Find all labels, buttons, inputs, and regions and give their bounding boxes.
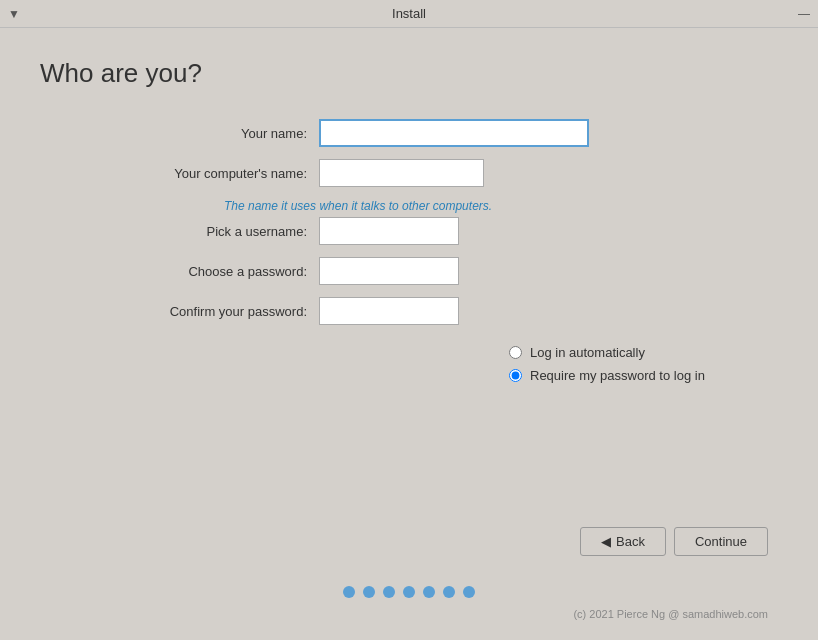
require-password-radio[interactable] — [509, 369, 522, 382]
your-name-label: Your name: — [129, 126, 319, 141]
radio-group: Log in automatically Require my password… — [319, 345, 689, 391]
dot-2 — [363, 586, 375, 598]
computer-name-hint: The name it uses when it talks to other … — [224, 199, 784, 213]
dot-3 — [383, 586, 395, 598]
page-title: Who are you? — [40, 58, 778, 89]
back-button[interactable]: ◀ Back — [580, 527, 666, 556]
bottom-area: ◀ Back Continue (c) 2021 Pierce Ng @ sam… — [40, 527, 778, 620]
continue-button[interactable]: Continue — [674, 527, 768, 556]
require-password-label[interactable]: Require my password to log in — [530, 368, 705, 383]
back-arrow-icon: ◀ — [601, 534, 611, 549]
dot-5 — [423, 586, 435, 598]
title-bar: ▼ Install — — [0, 0, 818, 28]
main-content: Who are you? Your name: Your computer's … — [0, 28, 818, 640]
your-name-input[interactable] — [319, 119, 589, 147]
auto-login-label[interactable]: Log in automatically — [530, 345, 645, 360]
auto-login-row: Log in automatically — [509, 345, 818, 360]
password-label: Choose a password: — [129, 264, 319, 279]
auto-login-radio[interactable] — [509, 346, 522, 359]
username-row: Pick a username: — [129, 217, 689, 245]
pagination-dots — [343, 586, 475, 598]
computer-name-row: Your computer's name: — [129, 159, 689, 187]
username-input[interactable] — [319, 217, 459, 245]
title-bar-title: Install — [392, 6, 426, 21]
computer-name-label: Your computer's name: — [129, 166, 319, 181]
form-container: Your name: Your computer's name: The nam… — [40, 119, 778, 391]
confirm-password-label: Confirm your password: — [129, 304, 319, 319]
confirm-password-row: Confirm your password: — [129, 297, 689, 325]
title-bar-left: ▼ — [8, 7, 20, 21]
title-bar-minimize-icon[interactable]: — — [798, 7, 810, 21]
password-input[interactable] — [319, 257, 459, 285]
dot-4 — [403, 586, 415, 598]
your-name-row: Your name: — [129, 119, 689, 147]
dot-6 — [443, 586, 455, 598]
title-bar-arrow-icon[interactable]: ▼ — [8, 7, 20, 21]
back-label: Back — [616, 534, 645, 549]
button-row: ◀ Back Continue — [40, 527, 778, 556]
dot-7 — [463, 586, 475, 598]
copyright: (c) 2021 Pierce Ng @ samadhiweb.com — [40, 608, 778, 620]
require-password-row: Require my password to log in — [509, 368, 818, 383]
computer-name-input[interactable] — [319, 159, 484, 187]
dot-1 — [343, 586, 355, 598]
hint-suffix: talks to other computers. — [357, 199, 492, 213]
confirm-password-input[interactable] — [319, 297, 459, 325]
hint-prefix: The name it uses when — [224, 199, 351, 213]
username-label: Pick a username: — [129, 224, 319, 239]
password-row: Choose a password: — [129, 257, 689, 285]
